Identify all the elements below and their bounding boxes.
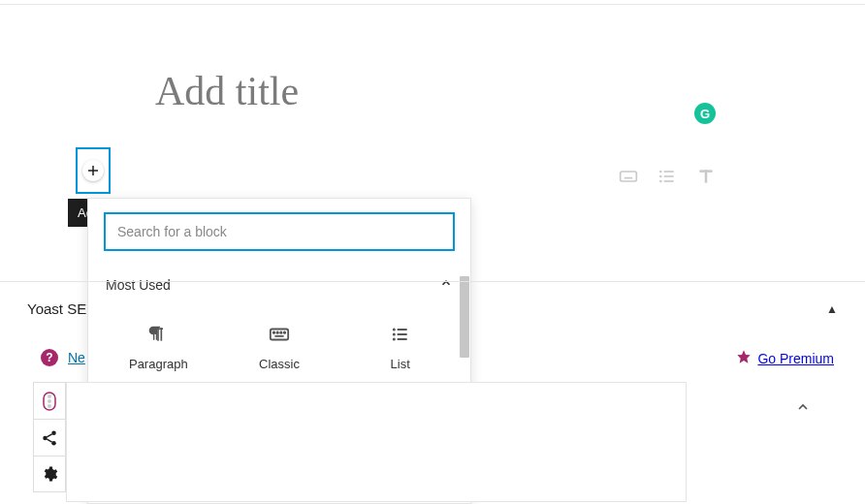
yoast-side-tabs	[33, 382, 66, 492]
text-icon[interactable]	[696, 167, 716, 190]
svg-rect-17	[161, 328, 163, 340]
block-label: Paragraph	[129, 357, 188, 371]
svg-rect-9	[664, 175, 674, 177]
list-icon	[391, 324, 410, 345]
top-divider	[0, 4, 865, 5]
search-wrap	[88, 199, 470, 265]
block-label: Classic	[259, 357, 300, 371]
title-placeholder: Add title	[155, 68, 299, 114]
svg-point-6	[659, 171, 662, 173]
block-toolbar	[619, 167, 716, 190]
post-title-area[interactable]: Add title	[155, 68, 299, 114]
svg-point-42	[51, 441, 56, 446]
svg-rect-0	[621, 172, 637, 181]
grammarly-badge[interactable]: G	[694, 103, 716, 124]
keyboard-icon	[269, 324, 290, 345]
svg-point-40	[43, 435, 48, 440]
svg-rect-26	[397, 329, 406, 331]
tab-social[interactable]	[33, 419, 66, 456]
tab-settings[interactable]	[33, 456, 66, 492]
svg-point-41	[51, 430, 56, 435]
block-search-input[interactable]	[104, 212, 455, 251]
premium-link[interactable]: Go Premium	[757, 351, 834, 366]
svg-line-44	[47, 439, 51, 442]
grammarly-g: G	[700, 107, 710, 121]
svg-point-37	[48, 394, 51, 398]
caret-up-icon: ▲	[826, 302, 838, 316]
svg-point-22	[280, 331, 281, 332]
yoast-content-panel	[66, 382, 687, 502]
svg-rect-13	[705, 170, 708, 182]
chevron-up-icon	[439, 276, 453, 293]
svg-point-10	[659, 180, 662, 183]
block-label: List	[391, 357, 410, 371]
svg-point-8	[659, 175, 662, 178]
svg-point-20	[273, 331, 274, 332]
svg-point-25	[392, 329, 395, 331]
svg-point-27	[392, 333, 395, 336]
svg-rect-28	[397, 333, 406, 335]
add-block-button[interactable]	[76, 147, 111, 194]
most-used-header[interactable]: Most Used	[88, 265, 470, 304]
svg-rect-7	[664, 171, 674, 173]
svg-rect-11	[664, 180, 674, 182]
svg-line-43	[47, 433, 51, 436]
block-list[interactable]: List	[339, 310, 461, 387]
seo-divider	[0, 281, 865, 282]
keyboard-icon[interactable]	[619, 167, 638, 190]
svg-point-23	[284, 331, 285, 332]
svg-point-21	[276, 331, 277, 332]
seo-help-row: ? Ne	[41, 349, 85, 366]
seo-help-link[interactable]: Ne	[68, 350, 85, 365]
svg-rect-30	[397, 338, 406, 340]
paragraph-icon	[148, 324, 168, 345]
svg-rect-16	[157, 328, 159, 340]
block-paragraph[interactable]: Paragraph	[98, 310, 219, 387]
tab-readability[interactable]	[33, 382, 66, 419]
svg-rect-18	[156, 328, 164, 330]
help-icon[interactable]: ?	[41, 349, 58, 366]
plus-circle-icon	[82, 160, 104, 181]
yoast-seo-header[interactable]: Yoast SE ▲	[27, 300, 838, 317]
svg-rect-19	[271, 330, 288, 340]
list-icon[interactable]	[657, 167, 677, 190]
yoast-seo-title: Yoast SE	[27, 300, 86, 317]
svg-point-39	[48, 404, 51, 408]
go-premium[interactable]: Go Premium	[736, 349, 834, 368]
block-classic[interactable]: Classic	[219, 310, 340, 387]
svg-marker-35	[738, 350, 751, 362]
star-icon	[736, 349, 752, 368]
inserter-scrollbar[interactable]	[460, 276, 469, 358]
section-label: Most Used	[106, 277, 171, 293]
svg-point-38	[48, 399, 51, 403]
chevron-up-icon[interactable]	[795, 399, 811, 419]
svg-point-29	[392, 338, 395, 341]
